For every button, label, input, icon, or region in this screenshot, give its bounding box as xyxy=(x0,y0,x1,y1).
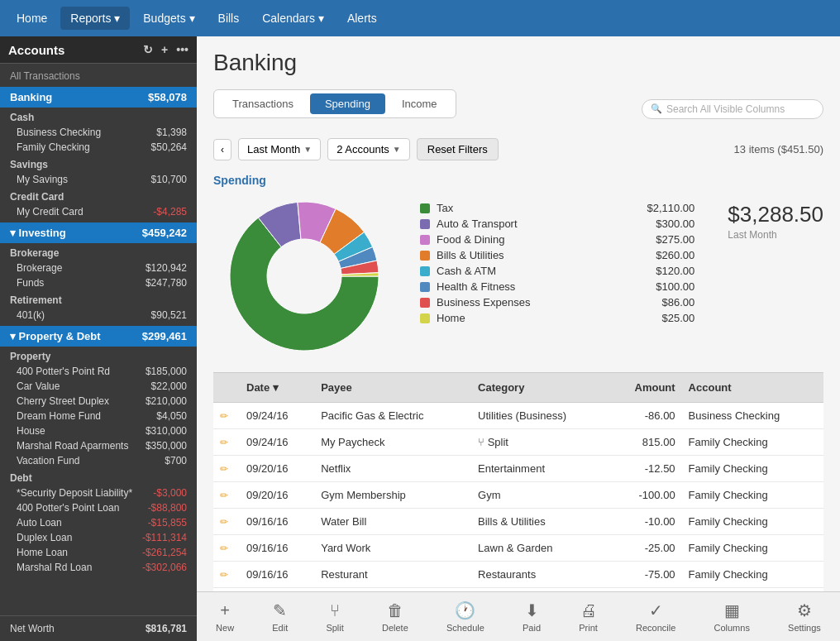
list-item[interactable]: Funds $247,780 xyxy=(0,275,197,290)
edit-pencil-icon[interactable]: ✏ xyxy=(220,569,228,581)
legend-amount: $120.00 xyxy=(637,265,694,277)
transactions-table: Date ▾ Payee Category Amount Account ✏ 0… xyxy=(213,372,823,591)
list-item[interactable]: Vacation Fund$700 xyxy=(0,453,197,468)
edit-pencil-icon[interactable]: ✏ xyxy=(220,410,228,422)
payee-cell: Netflix xyxy=(314,456,471,482)
prev-period-button[interactable]: ‹ xyxy=(213,139,231,160)
edit-pencil-icon[interactable]: ✏ xyxy=(220,437,228,448)
settings-button[interactable]: ⚙ Settings xyxy=(778,597,831,636)
table-row[interactable]: ✏ 09/20/16 Netflix Entertainment -12.50 … xyxy=(213,456,823,482)
list-item[interactable]: Business Checking $1,398 xyxy=(0,125,197,140)
split-button[interactable]: ⑂ Split xyxy=(316,598,353,636)
legend-amount: $275.00 xyxy=(637,233,694,246)
list-item[interactable]: House$310,000 xyxy=(0,423,197,438)
print-label: Print xyxy=(579,623,598,633)
edit-pencil-icon[interactable]: ✏ xyxy=(220,543,228,554)
list-item[interactable]: 401(k) $90,521 xyxy=(0,308,197,323)
edit-pencil-icon[interactable]: ✏ xyxy=(220,490,228,501)
date-cell: 09/16/16 xyxy=(240,509,314,535)
edit-icon-cell[interactable]: ✏ xyxy=(213,429,240,456)
nav-budgets[interactable]: Budgets ▾ xyxy=(133,7,204,30)
period-filter[interactable]: Last Month ▼ xyxy=(238,138,321,160)
tab-income[interactable]: Income xyxy=(387,93,452,114)
legend-dot xyxy=(420,219,430,229)
amount-cell: -100.00 xyxy=(609,482,681,509)
edit-icon-cell[interactable]: ✏ xyxy=(213,403,240,429)
list-item[interactable]: Marshal Rd Loan-$302,066 xyxy=(0,560,197,575)
list-item[interactable]: Brokerage $120,942 xyxy=(0,261,197,275)
list-item[interactable]: 400 Potter's Point Rd$185,000 xyxy=(0,364,197,379)
bottom-toolbar: + New ✎ Edit ⑂ Split 🗑 Delete 🕐 Schedule… xyxy=(197,591,840,641)
edit-icon-cell[interactable]: ✏ xyxy=(213,535,240,562)
sidebar-title: Accounts xyxy=(8,43,64,57)
list-item[interactable]: Cherry Street Duplex$210,000 xyxy=(0,394,197,409)
filter-bar: ‹ Last Month ▼ 2 Accounts ▼ Reset Filter… xyxy=(213,138,823,160)
delete-button[interactable]: 🗑 Delete xyxy=(372,598,418,636)
legend-dot xyxy=(420,313,430,323)
new-button[interactable]: + New xyxy=(206,598,244,636)
col-payee[interactable]: Payee xyxy=(314,373,471,403)
more-icon[interactable]: ••• xyxy=(176,43,189,56)
list-item[interactable]: 400 Potter's Point Loan-$88,800 xyxy=(0,500,197,515)
nav-alerts[interactable]: Alerts xyxy=(337,7,387,30)
col-amount[interactable]: Amount xyxy=(609,373,681,403)
brokerage-group-label: Brokerage xyxy=(0,243,197,261)
tab-spending[interactable]: Spending xyxy=(310,93,385,114)
list-item[interactable]: Dream Home Fund$4,050 xyxy=(0,409,197,423)
accounts-filter[interactable]: 2 Accounts ▼ xyxy=(327,138,410,160)
banking-section-header[interactable]: Banking $58,078 xyxy=(0,87,197,108)
list-item[interactable]: Home Loan-$261,254 xyxy=(0,545,197,560)
list-item[interactable]: Marshal Road Aparments$350,000 xyxy=(0,438,197,453)
list-item[interactable]: Duplex Loan-$111,314 xyxy=(0,530,197,545)
table-row[interactable]: ✏ 09/16/16 Yard Work Lawn & Garden -25.0… xyxy=(213,535,823,562)
sidebar-header: Accounts ↻ + ••• xyxy=(0,36,197,64)
schedule-button[interactable]: 🕐 Schedule xyxy=(437,597,494,636)
page-title: Banking xyxy=(213,50,823,76)
print-button[interactable]: 🖨 Print xyxy=(569,598,608,636)
legend-item: Home $25.00 xyxy=(420,312,694,324)
list-item[interactable]: My Credit Card -$4,285 xyxy=(0,204,197,219)
credit-card-group-label: Credit Card xyxy=(0,187,197,204)
investing-section-header[interactable]: ▾ Investing $459,242 xyxy=(0,222,197,243)
paid-button[interactable]: ⬇ Paid xyxy=(513,597,551,636)
table-row[interactable]: ✏ 09/24/16 Pacific Gas & Electric Utilit… xyxy=(213,403,823,429)
search-input[interactable]: 🔍 Search All Visible Columns xyxy=(642,99,823,119)
edit-icon-cell[interactable]: ✏ xyxy=(213,562,240,588)
col-category[interactable]: Category xyxy=(471,373,609,403)
edit-pencil-icon[interactable]: ✏ xyxy=(220,463,228,475)
edit-icon-cell[interactable]: ✏ xyxy=(213,482,240,509)
nav-calendars[interactable]: Calendars ▾ xyxy=(252,7,334,30)
paid-label: Paid xyxy=(523,623,541,633)
nav-home[interactable]: Home xyxy=(7,7,57,30)
list-item[interactable]: Family Checking $50,264 xyxy=(0,140,197,155)
edit-icon-cell[interactable]: ✏ xyxy=(213,456,240,482)
list-item[interactable]: Auto Loan-$15,855 xyxy=(0,515,197,530)
list-item[interactable]: Car Value$22,000 xyxy=(0,379,197,394)
columns-button[interactable]: ▦ Columns xyxy=(704,597,759,636)
edit-button[interactable]: ✎ Edit xyxy=(262,597,298,636)
all-transactions-link[interactable]: All Transactions xyxy=(0,64,197,87)
edit-label: Edit xyxy=(272,623,288,633)
table-row[interactable]: ✏ 09/16/16 Water Bill Bills & Utilities … xyxy=(213,509,823,535)
property-group-label: Property xyxy=(0,347,197,364)
list-item[interactable]: *Security Deposit Liability*-$3,000 xyxy=(0,486,197,500)
table-row[interactable]: ✏ 09/24/16 My Paycheck ⑂ Split 815.00 Fa… xyxy=(213,429,823,456)
table-row[interactable]: ✏ 09/16/16 Resturant Restaurants -75.00 … xyxy=(213,562,823,588)
nav-reports[interactable]: Reports ▾ xyxy=(60,7,130,30)
list-item[interactable]: My Savings $10,700 xyxy=(0,172,197,187)
property-section-header[interactable]: ▾ Property & Debt $299,461 xyxy=(0,326,197,347)
account-cell: Family Checking xyxy=(682,562,823,588)
col-account[interactable]: Account xyxy=(682,373,823,403)
refresh-icon[interactable]: ↻ xyxy=(143,43,153,56)
debt-group-label: Debt xyxy=(0,468,197,486)
reconcile-button[interactable]: ✓ Reconcile xyxy=(626,597,685,636)
col-date[interactable]: Date ▾ xyxy=(240,373,314,403)
edit-icon-cell[interactable]: ✏ xyxy=(213,509,240,535)
legend-dot xyxy=(420,203,430,213)
add-account-icon[interactable]: + xyxy=(161,43,168,56)
tab-transactions[interactable]: Transactions xyxy=(217,93,308,114)
nav-bills[interactable]: Bills xyxy=(208,7,250,30)
reset-filters-button[interactable]: Reset Filters xyxy=(417,138,499,160)
edit-pencil-icon[interactable]: ✏ xyxy=(220,516,228,528)
table-row[interactable]: ✏ 09/20/16 Gym Membership Gym -100.00 Fa… xyxy=(213,482,823,509)
